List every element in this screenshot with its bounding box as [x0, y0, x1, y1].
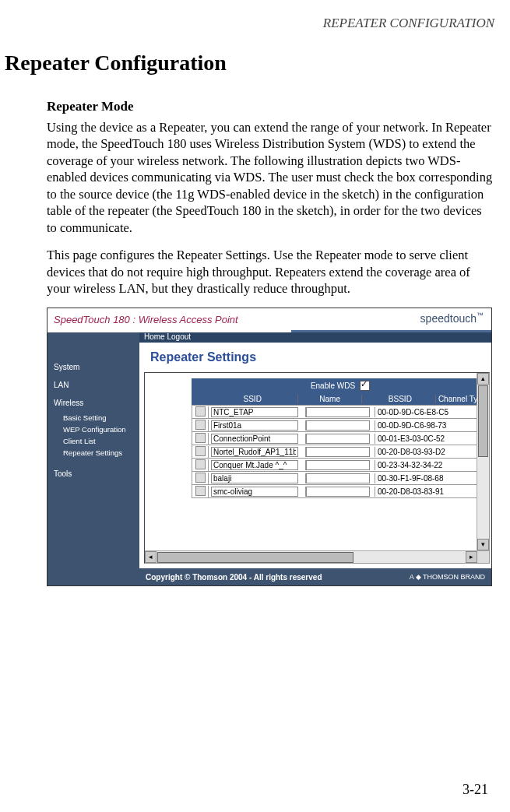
- table-row: 00-23-34-32-34-22: [192, 458, 489, 472]
- screenshot-repeater-settings: SpeedTouch 180 : Wireless Access Point s…: [47, 308, 492, 586]
- page-number: 3-21: [463, 782, 488, 798]
- scroll-up-icon[interactable]: ▴: [477, 373, 489, 385]
- ssid-input[interactable]: [211, 473, 298, 483]
- bssid-cell: 00-20-D8-03-83-91: [375, 487, 454, 496]
- scroll-down-icon[interactable]: ▾: [477, 539, 489, 550]
- sidebar-item-tools[interactable]: Tools: [47, 465, 139, 483]
- ssid-input[interactable]: [211, 407, 298, 417]
- sidebar-sub-wep-configuration[interactable]: WEP Configuration: [47, 424, 139, 435]
- sidebar: System LAN Wireless Basic Setting WEP Co…: [47, 330, 139, 585]
- copyright-text: Copyright © Thomson 2004 - All rights re…: [146, 573, 322, 582]
- scroll-thumb-v[interactable]: [478, 385, 488, 457]
- subheading-repeater-mode: Repeater Mode: [47, 99, 493, 114]
- brand-logo: speedtouch™: [420, 311, 484, 325]
- table-row: 00-30-F1-9F-08-68: [192, 471, 489, 485]
- main-panel: Home Logout Repeater Settings Enable WDS…: [139, 330, 491, 585]
- name-input[interactable]: [306, 447, 370, 457]
- row-select-checkbox[interactable]: [195, 486, 206, 496]
- sidebar-item-lan[interactable]: LAN: [47, 376, 139, 394]
- window-title: SpeedTouch 180 : Wireless Access Point: [54, 314, 238, 325]
- enable-wds-row: Enable WDS: [192, 378, 489, 392]
- scroll-corner: [477, 551, 489, 563]
- bssid-cell: 00-30-F1-9F-08-68: [375, 474, 454, 483]
- name-input[interactable]: [306, 460, 370, 470]
- scrollbar-vertical[interactable]: ▴ ▾: [477, 373, 489, 550]
- window-titlebar: SpeedTouch 180 : Wireless Access Point s…: [47, 308, 491, 330]
- sidebar-sub-basic-setting[interactable]: Basic Setting: [47, 412, 139, 424]
- table-row: 00-0D-9D-C6-E8-C5: [192, 405, 489, 419]
- row-select-checkbox[interactable]: [195, 473, 206, 483]
- col-name: Name: [298, 395, 363, 403]
- row-select-checkbox[interactable]: [195, 420, 206, 430]
- row-select-checkbox[interactable]: [195, 446, 206, 456]
- scroll-thumb-h[interactable]: [157, 552, 353, 563]
- bssid-cell: 00-0D-9D-C6-E8-C5: [375, 408, 454, 417]
- scrollbar-horizontal[interactable]: ◂ ▸: [145, 550, 489, 563]
- brand-stripe: [47, 330, 491, 332]
- table-row: 00-01-E3-03-0C-52: [192, 431, 489, 445]
- paragraph-intro-2: This page configures the Repeater Settin…: [47, 247, 493, 297]
- ssid-input[interactable]: [211, 447, 298, 457]
- bssid-cell: 00-01-E3-03-0C-52: [375, 434, 454, 443]
- table-row: 00-0D-9D-C6-98-73: [192, 418, 489, 432]
- scroll-left-icon[interactable]: ◂: [145, 551, 157, 563]
- screenshot-footer: Copyright © Thomson 2004 - All rights re…: [139, 568, 491, 585]
- page-header-right: REPEATER CONFIGURATION: [323, 16, 494, 31]
- row-select-checkbox[interactable]: [195, 433, 206, 443]
- table-row: 00-20-D8-03-93-D2: [192, 445, 489, 459]
- col-ssid: SSID: [208, 395, 298, 403]
- row-select-checkbox[interactable]: [195, 406, 206, 417]
- name-input[interactable]: [306, 473, 370, 483]
- bssid-cell: 00-20-D8-03-93-D2: [375, 448, 454, 456]
- ssid-input[interactable]: [211, 487, 298, 497]
- col-bssid: BSSID: [362, 395, 436, 403]
- scroll-right-icon[interactable]: ▸: [466, 551, 477, 563]
- row-select-checkbox[interactable]: [195, 459, 206, 469]
- table-row: 00-20-D8-03-83-91: [192, 484, 489, 498]
- name-input[interactable]: [306, 487, 370, 497]
- table-header: SSID Name BSSID Channel Type: [192, 392, 489, 406]
- repeater-table-wrap: Enable WDS SSID Name BSSID Channel Type …: [144, 372, 490, 564]
- enable-wds-label: Enable WDS: [311, 381, 355, 390]
- enable-wds-checkbox[interactable]: [360, 381, 370, 391]
- sidebar-sub-repeater-settings[interactable]: Repeater Settings: [47, 447, 139, 459]
- ssid-input[interactable]: [211, 434, 298, 444]
- paragraph-intro-1: Using the device as a Repeater, you can …: [47, 119, 493, 236]
- name-input[interactable]: [306, 407, 370, 417]
- ssid-input[interactable]: [211, 460, 298, 470]
- footer-brand: A ◆ THOMSON BRAND: [410, 573, 485, 581]
- name-input[interactable]: [306, 434, 370, 444]
- ssid-input[interactable]: [211, 420, 298, 431]
- sidebar-sub-client-list[interactable]: Client List: [47, 435, 139, 447]
- sidebar-item-wireless[interactable]: Wireless: [47, 394, 139, 412]
- name-input[interactable]: [306, 420, 370, 431]
- bssid-cell: 00-0D-9D-C6-98-73: [375, 421, 454, 430]
- bssid-cell: 00-23-34-32-34-22: [375, 461, 454, 469]
- section-title: Repeater Settings: [139, 343, 491, 372]
- sidebar-item-system[interactable]: System: [47, 358, 139, 376]
- page-title: Repeater Configuration: [5, 51, 510, 76]
